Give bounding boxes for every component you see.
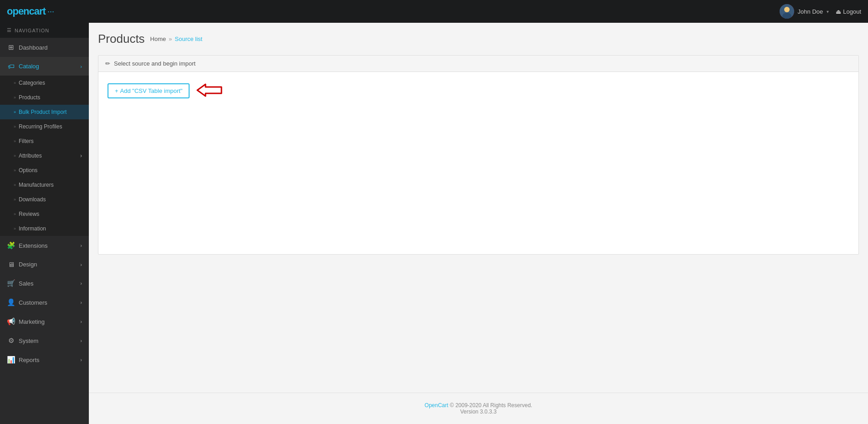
logout-button[interactable]: ⏏ Logout (836, 8, 861, 15)
sales-icon: 🛒 (7, 279, 15, 287)
user-name: John Doe (798, 8, 823, 15)
sub-chevron-icon: » (14, 168, 16, 173)
sub-item-label: Manufacturers (19, 182, 54, 188)
sub-chevron-icon: » (14, 226, 16, 231)
pencil-icon: ✏ (105, 60, 110, 67)
layout: ☰ NAVIGATION ⊞ Dashboard 🏷 Catalog › » C… (0, 23, 868, 424)
chevron-right-icon: › (80, 357, 82, 363)
footer-text: OpenCart © 2009-2020 All Rights Reserved… (98, 402, 859, 409)
sidebar-item-products[interactable]: » Products (0, 90, 89, 105)
sidebar-item-customers[interactable]: 👤 Customers › (0, 293, 89, 312)
breadcrumb: Home » Source list (150, 36, 203, 42)
sub-item-label: Options (19, 167, 37, 174)
main-content: Products Home » Source list ✏ Select sou… (89, 23, 868, 424)
sidebar-item-categories[interactable]: » Categories (0, 76, 89, 90)
breadcrumb-home: Home (150, 36, 166, 42)
sidebar-item-sales[interactable]: 🛒 Sales › (0, 274, 89, 293)
sidebar-item-label: Reports (19, 357, 40, 363)
sub-chevron-icon: » (14, 197, 16, 202)
sub-item-label: Filters (19, 138, 34, 144)
sidebar-item-design[interactable]: 🖥 Design › (0, 255, 89, 274)
user-info[interactable]: John Doe ▾ (780, 4, 829, 19)
chevron-right-icon: › (80, 300, 82, 305)
annotation-arrow (196, 83, 224, 98)
logo-text: opencart (7, 5, 46, 17)
sidebar-item-options[interactable]: » Options (0, 163, 89, 178)
sub-item-label: Reviews (19, 211, 39, 217)
panel-heading-text: Select source and begin import (114, 60, 195, 67)
reports-icon: 📊 (7, 356, 15, 364)
footer-copyright: © 2009-2020 All Rights Reserved. (450, 402, 532, 409)
sub-item-label: Bulk Product Import (19, 109, 67, 115)
top-navbar: opencart ··· John Doe ▾ ⏏ Logout (0, 0, 868, 23)
page-title: Products (98, 32, 145, 46)
sidebar-item-label: System (19, 337, 38, 344)
sub-chevron-icon: » (14, 110, 16, 114)
add-csv-button[interactable]: + Add "CSV Table import" (108, 83, 190, 98)
catalog-icon: 🏷 (7, 62, 15, 70)
sub-chevron-icon: » (14, 212, 16, 216)
sidebar-item-label: Dashboard (19, 44, 48, 51)
add-csv-label: Add "CSV Table import" (120, 87, 183, 94)
customers-icon: 👤 (7, 298, 15, 307)
sidebar: ☰ NAVIGATION ⊞ Dashboard 🏷 Catalog › » C… (0, 23, 89, 424)
nav-right: John Doe ▾ ⏏ Logout (780, 4, 861, 19)
hamburger-icon: ☰ (7, 27, 12, 33)
sub-chevron-icon: » (14, 139, 16, 143)
chevron-right-icon: › (80, 153, 82, 159)
sidebar-item-bulk-product-import[interactable]: » Bulk Product Import (0, 105, 89, 119)
logout-icon: ⏏ (836, 8, 841, 15)
sub-chevron-icon: » (14, 183, 16, 187)
panel-body: + Add "CSV Table import" (98, 72, 858, 254)
chevron-right-icon: › (80, 262, 82, 267)
sub-item-label: Attributes (19, 153, 42, 159)
sidebar-item-reviews[interactable]: » Reviews (0, 207, 89, 221)
sidebar-item-dashboard[interactable]: ⊞ Dashboard (0, 38, 89, 57)
sidebar-item-recurring-profiles[interactable]: » Recurring Profiles (0, 119, 89, 134)
sidebar-item-information[interactable]: » Information (0, 221, 89, 236)
sidebar-item-reports[interactable]: 📊 Reports › (0, 350, 89, 369)
marketing-icon: 📢 (7, 317, 15, 326)
sidebar-item-extensions[interactable]: 🧩 Extensions › (0, 236, 89, 255)
main-panel: ✏ Select source and begin import + Add "… (98, 55, 859, 255)
sidebar-item-filters[interactable]: » Filters (0, 134, 89, 148)
breadcrumb-separator: » (169, 36, 172, 42)
sub-item-label: Categories (19, 80, 45, 86)
chevron-right-icon: › (80, 319, 82, 324)
logo[interactable]: opencart ··· (7, 5, 54, 17)
design-icon: 🖥 (7, 261, 15, 268)
extensions-icon: 🧩 (7, 241, 15, 250)
add-button-row: + Add "CSV Table import" (108, 83, 849, 98)
sidebar-item-label: Extensions (19, 242, 48, 249)
footer-link[interactable]: OpenCart (425, 402, 448, 409)
breadcrumb-current: Source list (175, 36, 203, 42)
page-header: Products Home » Source list (98, 32, 859, 46)
logo-icon: ··· (47, 7, 54, 16)
svg-marker-3 (197, 84, 221, 96)
chevron-right-icon: › (80, 281, 82, 286)
sidebar-item-attributes[interactable]: » Attributes › (0, 148, 89, 163)
content-area: Products Home » Source list ✏ Select sou… (89, 23, 868, 393)
sidebar-item-downloads[interactable]: » Downloads (0, 192, 89, 207)
sidebar-item-manufacturers[interactable]: » Manufacturers (0, 178, 89, 192)
sub-item-label: Recurring Profiles (19, 123, 62, 130)
chevron-right-icon: › (80, 338, 82, 343)
sub-chevron-icon: » (14, 95, 16, 100)
sidebar-item-label: Marketing (19, 318, 45, 325)
sidebar-item-catalog[interactable]: 🏷 Catalog › (0, 57, 89, 76)
sub-chevron-icon: » (14, 81, 16, 85)
footer: OpenCart © 2009-2020 All Rights Reserved… (89, 393, 868, 424)
sidebar-item-marketing[interactable]: 📢 Marketing › (0, 312, 89, 331)
sub-chevron-icon: » (14, 124, 16, 129)
nav-header-label: NAVIGATION (15, 28, 49, 33)
user-dropdown-icon: ▾ (827, 9, 829, 14)
system-icon: ⚙ (7, 337, 15, 345)
dashboard-icon: ⊞ (7, 43, 15, 51)
chevron-right-icon: › (80, 243, 82, 248)
sub-item-label: Products (19, 94, 40, 101)
plus-icon: + (115, 87, 118, 94)
footer-version: Version 3.0.3.3 (98, 409, 859, 415)
avatar (780, 4, 794, 19)
sidebar-item-system[interactable]: ⚙ System › (0, 331, 89, 350)
logout-label: Logout (843, 8, 861, 15)
